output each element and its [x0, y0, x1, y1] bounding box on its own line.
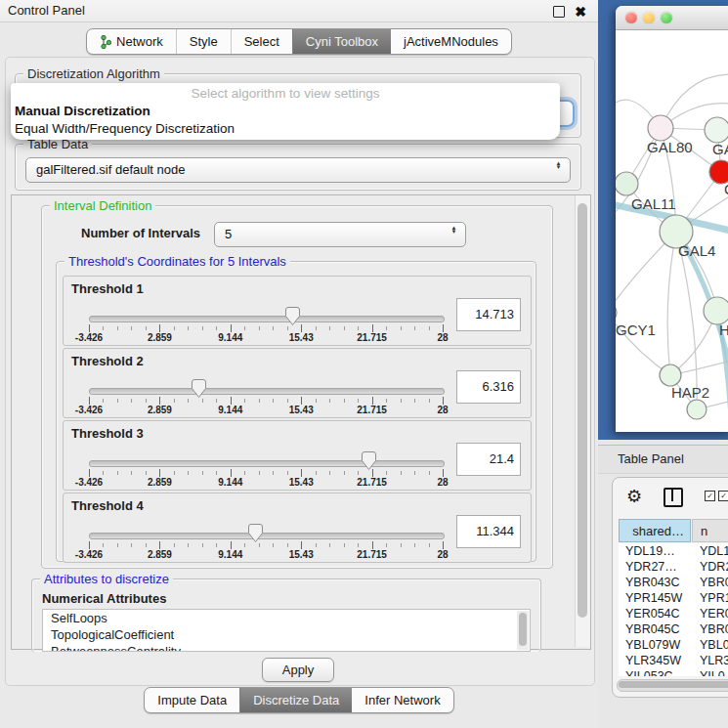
tab-infer-network[interactable]: Infer Network — [352, 688, 452, 712]
column-layout-icon[interactable] — [664, 488, 683, 507]
threshold-value-field[interactable]: 14.713 — [456, 298, 521, 331]
table-row[interactable]: YBR043CYBR0 — [619, 575, 728, 590]
mac-zoom-icon[interactable] — [661, 12, 672, 23]
slider-thumb[interactable] — [285, 307, 300, 325]
threshold-value-field[interactable]: 21.4 — [456, 443, 521, 476]
column-header-name[interactable]: n — [692, 519, 728, 542]
scrollbar-thumb[interactable] — [578, 203, 587, 618]
slider-tick — [103, 399, 104, 403]
slider-tick — [174, 399, 175, 403]
network-window-titlebar[interactable] — [616, 6, 728, 30]
tab-discretize-data[interactable]: Discretize Data — [239, 688, 352, 712]
tab-network[interactable]: Network — [87, 29, 176, 54]
table-row[interactable]: YIL053CYIL0 — [619, 668, 728, 676]
slider-scale-label: 2.859 — [148, 549, 172, 560]
list-vertical-scrollbar[interactable] — [517, 611, 529, 650]
network-node[interactable] — [687, 400, 707, 419]
float-window-icon[interactable] — [553, 6, 565, 18]
slider-tick — [301, 469, 302, 477]
slider-thumb[interactable] — [248, 524, 263, 542]
table-row[interactable]: YDL19…YDL1 — [619, 543, 728, 559]
slider-tick — [216, 399, 217, 403]
slider-tick — [316, 471, 317, 475]
slider-tick — [358, 399, 359, 403]
table-row[interactable]: YER054CYER0 — [619, 606, 728, 621]
network-canvas[interactable]: GAL80GACGAL11GAL4GCY1HHAP2 — [616, 29, 728, 432]
select-checkbox-icon[interactable]: ✓ — [705, 491, 715, 501]
list-item[interactable]: SelfLoops — [43, 610, 530, 626]
table-row[interactable]: YLR345WYLR3 — [619, 653, 728, 668]
mac-close-icon[interactable] — [625, 12, 637, 23]
slider-tick — [344, 471, 345, 475]
list-item[interactable]: TopologicalCoefficient — [43, 626, 530, 643]
slider-tick — [316, 399, 317, 403]
slider-track[interactable] — [89, 533, 445, 539]
slider-tick — [89, 541, 90, 549]
gear-icon[interactable]: ⚙ — [626, 486, 642, 507]
slider-tick — [131, 326, 132, 330]
slider-scale-label: 9.144 — [218, 405, 242, 415]
network-node[interactable] — [704, 297, 728, 324]
slider-tick — [188, 399, 189, 403]
table-row[interactable]: YDR27…YDR2 — [619, 559, 728, 575]
tab-jactivemnodules[interactable]: jActiveMNodules — [391, 29, 511, 54]
tab-style[interactable]: Style — [176, 29, 231, 54]
network-node-label: GAL80 — [647, 139, 693, 155]
table-row[interactable]: YBR045CYBR0 — [619, 621, 728, 637]
table-row[interactable]: YBL079WYBL0 — [619, 637, 728, 653]
slider-tick — [301, 397, 302, 405]
scrollbar-thumb[interactable] — [619, 681, 728, 688]
slider-tick — [174, 471, 175, 475]
tab-impute-data[interactable]: Impute Data — [145, 688, 239, 712]
table-data-combobox[interactable]: galFiltered.sif default node ▲ ▼ — [25, 157, 571, 183]
apply-button[interactable]: Apply — [262, 658, 334, 682]
slider-tick — [414, 543, 415, 547]
slider-tick — [231, 469, 232, 477]
slider-track[interactable] — [89, 388, 445, 395]
tab-cyni-toolbox[interactable]: Cyni Toolbox — [292, 29, 391, 54]
threshold-value-field[interactable]: 11.344 — [456, 515, 521, 548]
slider-tick — [202, 326, 203, 330]
slider-tick — [103, 543, 104, 547]
slider-tick — [287, 543, 288, 547]
slider-scale-label: 2.859 — [148, 332, 172, 343]
slider-scale-label: 15.43 — [289, 332, 314, 343]
slider-tick — [372, 541, 373, 549]
slider-track[interactable] — [89, 460, 445, 467]
slider-tick — [273, 471, 274, 475]
column-header-shared-name[interactable]: shared… — [619, 519, 691, 542]
threshold-label: Threshold 2 — [71, 354, 144, 368]
slider-tick — [174, 543, 175, 547]
popup-item-manual-discretization[interactable]: Manual Discretization — [11, 103, 560, 120]
tab-select[interactable]: Select — [231, 29, 292, 54]
table-horizontal-scrollbar[interactable] — [617, 679, 728, 692]
slider-track[interactable] — [89, 316, 445, 322]
close-icon[interactable]: ✖ — [575, 1, 586, 22]
popup-item-equal-width-frequency[interactable]: Equal Width/Frequency Discretization — [11, 120, 560, 138]
network-node[interactable] — [616, 303, 617, 322]
slider-tick — [401, 399, 402, 403]
network-node[interactable] — [705, 117, 728, 143]
network-node[interactable] — [648, 115, 673, 141]
combobox-value: 5 — [225, 223, 232, 245]
network-edge[interactable] — [667, 232, 676, 375]
slider-thumb[interactable] — [362, 451, 376, 470]
tab-label: Discretize Data — [253, 688, 339, 712]
list-item[interactable]: BetweennessCentrality — [43, 643, 530, 652]
network-node-label: C — [724, 181, 728, 197]
slider-thumb[interactable] — [192, 379, 206, 398]
network-node[interactable] — [660, 364, 681, 386]
slider-tick — [414, 399, 415, 403]
slider-tick — [301, 541, 302, 549]
number-of-intervals-combobox[interactable]: 5 ▲ ▼ — [214, 222, 466, 247]
select-checkbox-icon[interactable]: ✓ — [718, 491, 728, 501]
threshold-value-field[interactable]: 6.316 — [456, 370, 521, 404]
slider-tick — [188, 326, 189, 330]
group-title: Threshold's Coordinates for 5 Intervals — [64, 254, 290, 269]
slider-tick — [103, 326, 104, 330]
table-row[interactable]: YPR145WYPR1 — [619, 590, 728, 606]
mac-minimize-icon[interactable] — [643, 12, 655, 23]
network-node[interactable] — [616, 172, 638, 195]
table-panel-area: Table Panel ⚙ ✓ ✓ shared… n YDL19…YDL1 Y… — [598, 440, 728, 728]
panel-vertical-scrollbar[interactable] — [575, 195, 590, 647]
